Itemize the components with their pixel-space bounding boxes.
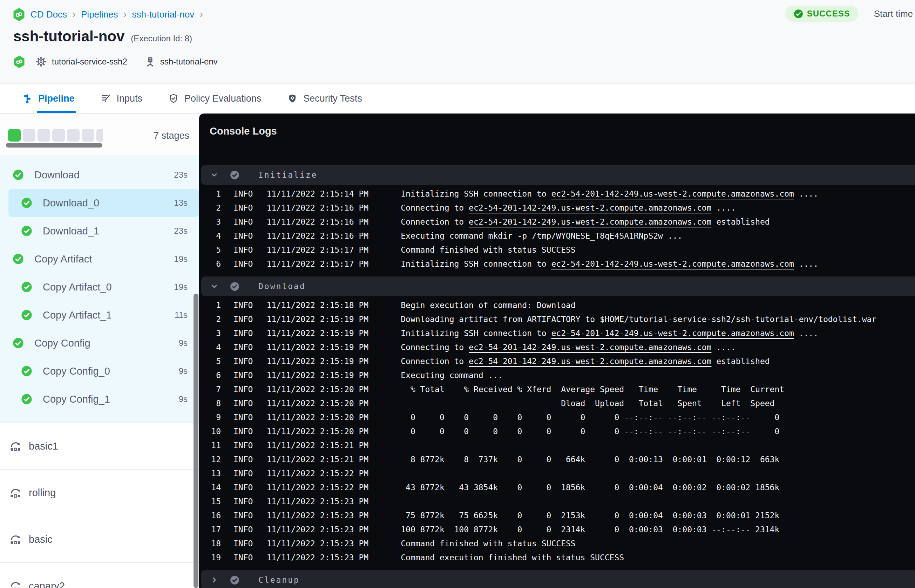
tab-inputs[interactable]: Inputs <box>100 84 143 113</box>
service-name[interactable]: tutorial-service-ssh2 <box>52 57 127 66</box>
log-line: 16INFO11/11/2022 2:15:23 PM 75 8772k 75 … <box>199 509 915 522</box>
log-timestamp: 11/11/2022 2:15:17 PM <box>267 259 369 268</box>
tab-label: Pipeline <box>38 84 75 113</box>
log-message: Connecting to ec2-54-201-142-249.us-west… <box>401 203 736 212</box>
tab-pipeline[interactable]: Pipeline <box>22 84 75 113</box>
log-section-header-download[interactable]: Download <box>201 276 915 296</box>
vertical-scrollbar[interactable] <box>194 294 199 588</box>
log-line: 18INFO11/11/2022 2:15:23 PMCommand finis… <box>199 536 915 551</box>
breadcrumb-link-cd-docs[interactable]: CD Docs <box>31 9 67 20</box>
stage-item-copy-artifact[interactable]: Copy Artifact19s <box>0 245 199 273</box>
log-line-number: 6 <box>199 259 221 268</box>
environment-name[interactable]: ssh-tutorial-env <box>160 57 218 66</box>
log-level: INFO <box>233 511 253 520</box>
log-level: INFO <box>233 441 253 450</box>
tab-security-tests[interactable]: Security Tests <box>287 84 362 113</box>
log-line: 3INFO11/11/2022 2:15:19 PMInitializing S… <box>199 326 915 340</box>
stage-progress-square <box>8 129 21 142</box>
stage-item-copy-config-0[interactable]: Copy Config_09s <box>0 357 199 385</box>
policy-evaluations-icon <box>168 93 179 104</box>
log-line: 3INFO11/11/2022 2:15:16 PMConnection to … <box>199 215 915 229</box>
inputs-icon <box>100 93 111 104</box>
log-host-link[interactable]: ec2-54-201-142-249.us-west-2.compute.ama… <box>551 329 794 338</box>
log-message: Connection to ec2-54-201-142-249.us-west… <box>401 357 770 366</box>
stage-group-basic1[interactable]: basic1 <box>0 423 199 470</box>
log-timestamp: 11/11/2022 2:15:18 PM <box>267 300 369 310</box>
stage-group-canary2[interactable]: canary2 <box>0 563 199 588</box>
log-section-header-cleanup[interactable]: Cleanup <box>201 570 915 588</box>
stage-item-copy-artifact-0[interactable]: Copy Artifact_019s <box>0 273 199 301</box>
stage-group-rolling[interactable]: rolling <box>0 470 199 516</box>
log-timestamp: 11/11/2022 2:15:23 PM <box>267 525 369 534</box>
stage-duration: 23s <box>174 226 188 236</box>
log-line-number: 19 <box>199 553 221 562</box>
pipeline-icon <box>22 93 32 104</box>
stage-item-copy-artifact-1[interactable]: Copy Artifact_111s <box>0 301 199 329</box>
log-line-number: 13 <box>199 469 221 478</box>
log-line-number: 1 <box>199 300 221 310</box>
stage-progress-squares <box>8 129 103 142</box>
log-line: 12INFO11/11/2022 2:15:21 PM 8 8772k 8 73… <box>199 452 915 467</box>
log-section-header-initialize[interactable]: Initialize <box>201 165 915 185</box>
breadcrumb-link-pipelines[interactable]: Pipelines <box>81 9 118 20</box>
horizontal-scrollbar[interactable] <box>6 143 102 147</box>
log-message: 43 8772k 43 3854k 0 0 1856k 0 0:00:04 0:… <box>401 483 779 492</box>
log-text: .... <box>794 329 818 338</box>
log-level: INFO <box>233 399 253 408</box>
check-circle-icon <box>13 254 24 265</box>
stage-group-basic[interactable]: basic <box>0 516 199 563</box>
breadcrumb-separator-icon: › <box>123 10 127 20</box>
check-circle-icon <box>13 338 24 349</box>
stage-name: Copy Config <box>34 338 91 349</box>
check-circle-icon <box>230 170 239 180</box>
log-message: Initializing SSH connection to ec2-54-20… <box>401 189 818 198</box>
service-environment-row: tutorial-service-ssh2 ssh-tutorial-env <box>13 53 218 71</box>
log-line-number: 6 <box>199 371 221 380</box>
log-text: .... <box>794 189 818 198</box>
log-message: 75 8772k 75 6625k 0 0 2153k 0 0:00:04 0:… <box>401 511 779 520</box>
log-host-link[interactable]: ec2-54-201-142-249.us-west-2.compute.ama… <box>469 203 711 212</box>
check-circle-icon <box>13 169 24 181</box>
log-line-number: 16 <box>199 511 221 520</box>
stage-group-name: basic1 <box>29 441 58 452</box>
log-timestamp: 11/11/2022 2:15:23 PM <box>267 497 369 506</box>
log-level: INFO <box>233 371 253 380</box>
log-text: Command execution finished with status S… <box>401 553 624 562</box>
start-time-label[interactable]: Start time <box>874 8 913 19</box>
log-host-link[interactable]: ec2-54-201-142-249.us-west-2.compute.ama… <box>469 357 711 366</box>
stage-item-download-0[interactable]: Download_013s <box>8 189 199 217</box>
log-level: INFO <box>233 539 253 548</box>
log-text: established <box>711 357 770 366</box>
harness-cd-icon <box>13 55 25 68</box>
environment-icon <box>144 56 156 68</box>
log-line-number: 11 <box>199 441 221 450</box>
log-text: Connection to <box>401 357 469 366</box>
log-line: 6INFO11/11/2022 2:15:19 PMExecuting comm… <box>199 368 915 382</box>
log-level: INFO <box>233 483 253 492</box>
harness-module-icon <box>13 8 25 21</box>
stage-item-download-1[interactable]: Download_123s <box>0 217 199 245</box>
log-line: 5INFO11/11/2022 2:15:17 PMCommand finish… <box>199 243 915 257</box>
log-level: INFO <box>233 455 253 464</box>
check-circle-icon <box>21 309 32 321</box>
check-circle-icon <box>21 365 32 377</box>
breadcrumb-link-pipeline-name[interactable]: ssh-tutorial-nov <box>132 9 194 20</box>
log-message: Command execution finished with status S… <box>401 553 624 562</box>
stage-item-copy-config[interactable]: Copy Config9s <box>0 329 199 357</box>
tab-policy-evaluations[interactable]: Policy Evaluations <box>168 84 261 113</box>
log-line: 17INFO11/11/2022 2:15:23 PM100 8772k 100… <box>199 522 915 536</box>
log-host-link[interactable]: ec2-54-201-142-249.us-west-2.compute.ama… <box>551 259 794 268</box>
page-title: ssh-tutorial-nov <box>13 28 124 45</box>
stage-duration: 9s <box>179 394 188 404</box>
log-host-link[interactable]: ec2-54-201-142-249.us-west-2.compute.ama… <box>469 343 711 352</box>
log-timestamp: 11/11/2022 2:15:23 PM <box>267 539 369 548</box>
log-message: Initializing SSH connection to ec2-54-20… <box>401 329 818 338</box>
stage-name: Download_0 <box>43 197 99 209</box>
log-host-link[interactable]: ec2-54-201-142-249.us-west-2.compute.ama… <box>469 217 711 226</box>
log-text: .... <box>711 343 736 352</box>
log-host-link[interactable]: ec2-54-201-142-249.us-west-2.compute.ama… <box>551 189 794 198</box>
stage-item-copy-config-1[interactable]: Copy Config_19s <box>0 385 199 413</box>
stage-item-download[interactable]: Download23s <box>0 161 199 189</box>
log-level: INFO <box>233 217 253 226</box>
log-message: 0 0 0 0 0 0 0 0 --:--:-- --:--:-- --:--:… <box>401 413 779 422</box>
